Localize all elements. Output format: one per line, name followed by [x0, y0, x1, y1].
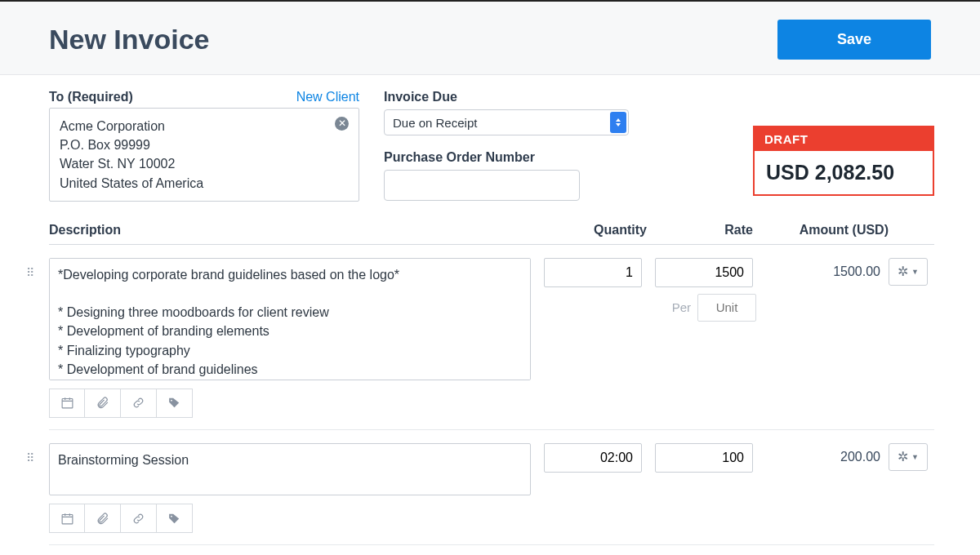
drag-handle-icon[interactable]: ⠿	[26, 258, 41, 279]
calendar-icon[interactable]	[49, 504, 85, 533]
po-input[interactable]	[384, 170, 580, 201]
client-line-3: Water St. NY 10002	[60, 154, 349, 173]
unit-input[interactable]	[697, 294, 756, 322]
svg-rect-2	[62, 514, 73, 523]
select-caret-icon	[610, 112, 626, 133]
attachment-icon[interactable]	[85, 504, 121, 533]
col-description: Description	[49, 223, 554, 238]
svg-point-3	[171, 515, 172, 517]
col-quantity: Quantity	[554, 223, 660, 238]
draft-badge: DRAFT	[755, 127, 933, 151]
line-gear-button[interactable]: ✲ ▼	[889, 443, 928, 471]
gear-icon: ✲	[898, 264, 908, 279]
page-header: New Invoice Save	[0, 0, 980, 75]
line-gear-button[interactable]: ✲ ▼	[889, 258, 928, 286]
line-rate-input[interactable]	[655, 258, 753, 287]
new-client-link[interactable]: New Client	[296, 90, 359, 104]
line-description-input[interactable]	[49, 443, 531, 495]
client-label: To (Required)	[49, 90, 133, 104]
svg-rect-0	[62, 399, 73, 408]
invoice-due-label: Invoice Due	[384, 90, 457, 104]
save-button[interactable]: Save	[777, 20, 931, 60]
line-quantity-input[interactable]	[544, 443, 642, 473]
po-label: Purchase Order Number	[384, 150, 596, 165]
drag-handle-icon[interactable]: ⠿	[26, 443, 41, 464]
line-description-input[interactable]	[49, 258, 531, 380]
gear-icon: ✲	[898, 449, 908, 464]
line-rate-input[interactable]	[655, 443, 753, 473]
invoice-total-box: DRAFT USD 2,082.50	[753, 126, 934, 196]
calendar-icon[interactable]	[49, 388, 85, 418]
invoice-due-value: Due on Receipt	[393, 116, 477, 130]
invoice-form: To (Required) New Client Acme Corporatio…	[0, 75, 980, 545]
line-amount: 200.00	[758, 443, 880, 544]
line-items-header: Description Quantity Rate Amount (USD)	[49, 223, 934, 245]
line-quantity-input[interactable]	[544, 258, 642, 287]
col-amount: Amount (USD)	[766, 223, 889, 238]
invoice-due-select[interactable]: Due on Receipt	[384, 109, 629, 135]
col-rate: Rate	[660, 223, 766, 238]
link-icon[interactable]	[121, 504, 157, 533]
attachment-icon[interactable]	[85, 388, 121, 418]
line-icon-strip	[49, 504, 531, 533]
client-line-1: Acme Corporation	[60, 117, 349, 135]
per-unit-group: Per	[672, 294, 756, 322]
line-icon-strip	[49, 388, 531, 418]
tag-icon[interactable]	[157, 504, 193, 533]
chevron-down-icon: ▼	[911, 453, 919, 461]
client-line-4: United States of America	[60, 174, 349, 193]
svg-point-1	[171, 400, 172, 402]
client-line-2: P.O. Box 99999	[60, 135, 349, 154]
per-label: Per	[672, 300, 691, 314]
line-item-row: ⠿ 200.00 ✲ ▼	[49, 430, 934, 545]
clear-client-icon[interactable]: ✕	[335, 117, 349, 131]
line-item-row: ⠿ 1500.00 ✲ ▼ Per	[49, 245, 934, 430]
chevron-down-icon: ▼	[911, 268, 919, 276]
line-amount: 1500.00	[758, 258, 880, 429]
tag-icon[interactable]	[157, 388, 193, 418]
invoice-total-amount: USD 2,082.50	[755, 151, 933, 194]
client-box[interactable]: Acme Corporation P.O. Box 99999 Water St…	[49, 108, 359, 202]
page-title: New Invoice	[49, 24, 210, 56]
link-icon[interactable]	[121, 388, 157, 418]
